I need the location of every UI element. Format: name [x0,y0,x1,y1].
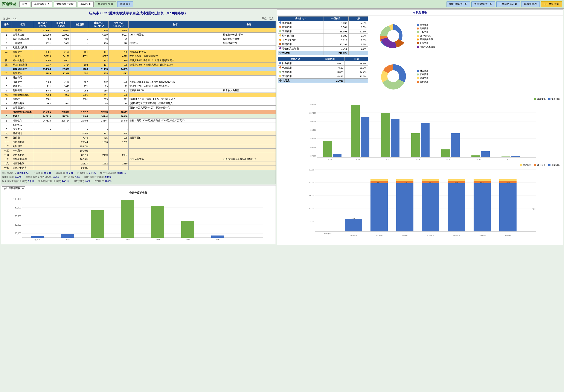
nav-cashflow[interactable]: 现金流量表 [521,1,540,7]
table-cell: 持有货值 [12,127,33,131]
pie2-table: 成本占比： 期间费用 比例 财务费用 6,000 28.6% 代建费用 7,53… [278,57,368,83]
pie1-legend: 土地费用 前期费用 工程费用 资本化利息 开发间接费用 期间费用 增值税及土增税 [417,23,435,48]
table-cell: 3631 [33,41,52,45]
table-cell: 252 [70,88,89,93]
table-cell [109,157,128,162]
svg-text:100,000: 100,000 [14,198,21,200]
pie1-cell-pct: 1.6% [348,25,368,29]
val-mirr: 14.4% [89,172,96,175]
table-cell: 14144 [89,119,109,123]
nav-ppt[interactable]: PPT经济测算 [541,1,562,7]
table-cell: 3 [1,127,12,131]
table-cell: 不含持有物业含增值税销售口径 [222,157,276,162]
table-cell: 十六 [1,162,12,166]
table-cell [222,50,276,54]
table-cell: 消算可退税 [128,136,222,140]
table-cell: 直接成本小计 [12,67,33,71]
table-cell [1,67,12,71]
svg-rect-15 [91,210,104,238]
table-cell [222,71,276,76]
table-cell [109,166,128,170]
svg-text:2027年Q1: 2027年Q1 [505,235,511,236]
table-cell: 595 [109,93,128,97]
table-cell: 1791 [89,131,109,136]
nav-guide[interactable]: 编制指引 [78,1,94,7]
table-cell: 54126 [52,54,70,58]
top-nav: 西南绿城 首页 基本指标录入 数据校验&复核 编制指引 全成本汇总表 回到顶部 … [0,0,564,9]
table-cell: 十一 [1,140,12,144]
table-cell: - [52,123,70,127]
table-cell [128,76,222,80]
table-cell: 341 [109,88,128,93]
svg-text:2028: 2028 [155,239,160,241]
table-cell: 215825 [33,110,52,114]
pie1-cell-val: 124,667 [324,21,348,25]
nav-land-price[interactable]: 地价敏感性分析 [447,1,470,7]
annual-dropdown[interactable]: 合计年度销售额 [2,186,25,190]
label-peak: 项目资金峰值 [2,172,16,175]
pie1-cell-val: 13,199 [324,42,348,47]
pie1-cell-dot: 土地费用 [278,21,324,25]
label-eva: EVA比率 [95,180,104,183]
table-cell: 191 [70,50,89,54]
table-cell: 850 [70,71,89,76]
svg-rect-100 [474,179,491,181]
svg-text:40,000: 40,000 [14,224,21,226]
val-saleperiod: 38个月 [66,172,73,175]
table-cell [33,144,52,149]
svg-rect-103 [499,183,517,231]
table-cell: - [89,123,109,127]
svg-text:18751: 18751 [454,182,459,183]
nav-home[interactable]: 首页 [19,1,30,7]
label-cashback2: 现金流回正期(含融资) [38,180,61,183]
table-cell: 5166 [70,67,89,71]
pie-section-1: 成本占比： 一级科目 比例 土地费用 124,667 57.8% 前期费用 3,… [277,15,563,56]
table-cell [1,110,12,114]
table-cell: 171 [70,84,89,88]
table-cell [222,45,276,50]
table-cell: 预征632万大于清算0万，按清算值计入 [128,106,222,110]
table-cell [128,114,222,119]
table-cell: 1040 [52,84,70,88]
pie2-total-label: 合计(万元) [278,79,315,83]
svg-rect-95 [448,179,465,181]
pie1-total-val: 215,825 [324,51,348,55]
table-cell: 土地增值税 [12,106,33,110]
label-saleperiod: 销售周期 [56,172,65,175]
table-row: 十六销售净利润2152712321650 [1,162,276,166]
label-costprofit: 成本利润率 [2,176,14,179]
table-cell: - [109,106,128,110]
svg-text:2025: 2025 [65,239,70,241]
label-irr-aftertax: IRR(税后) [74,180,84,183]
svg-rect-83 [396,183,413,231]
table-cell [128,140,222,144]
svg-point-25 [387,30,399,42]
table-cell: 2837 [109,153,128,157]
nav-back[interactable]: 回到顶部 [117,1,133,7]
nav-basic[interactable]: 基本指标录入 [31,1,52,7]
pie1-cell-dot: 工程费用 [278,29,324,34]
table-cell: - [70,123,89,127]
label-npv: NPV(不含融资) [100,172,116,175]
nav-summary[interactable]: 全成本汇总表 [95,1,116,7]
table-cell [128,37,222,41]
table-cell: 1036 [33,37,52,41]
table-cell: 12349 [52,71,70,76]
table-cell: 460 [109,58,128,63]
table-cell: 1232 [89,162,109,166]
nav-verify[interactable]: 数据校验&复核 [54,1,76,7]
nav-sale-price[interactable]: 售价敏感性分析 [471,1,495,7]
pie2-cell-dot: 管理费用 [278,70,315,74]
table-cell: 247118 [33,114,52,119]
svg-rect-85 [396,179,413,181]
nav-opening-plan[interactable]: 开盘前资金计划 [496,1,520,7]
table-cell: 10.30% [70,149,89,153]
svg-rect-93 [448,183,465,231]
table-cell [128,149,222,153]
pie1-cell-pct: 0.8% [348,38,368,42]
table-cell: 总收入 [12,114,33,119]
table-cell: 962 [52,101,70,106]
table-cell: 69 [89,84,109,88]
pie2-cell-val: 6,000 [315,61,345,66]
table-cell: 销售毛利润率 [12,157,33,162]
